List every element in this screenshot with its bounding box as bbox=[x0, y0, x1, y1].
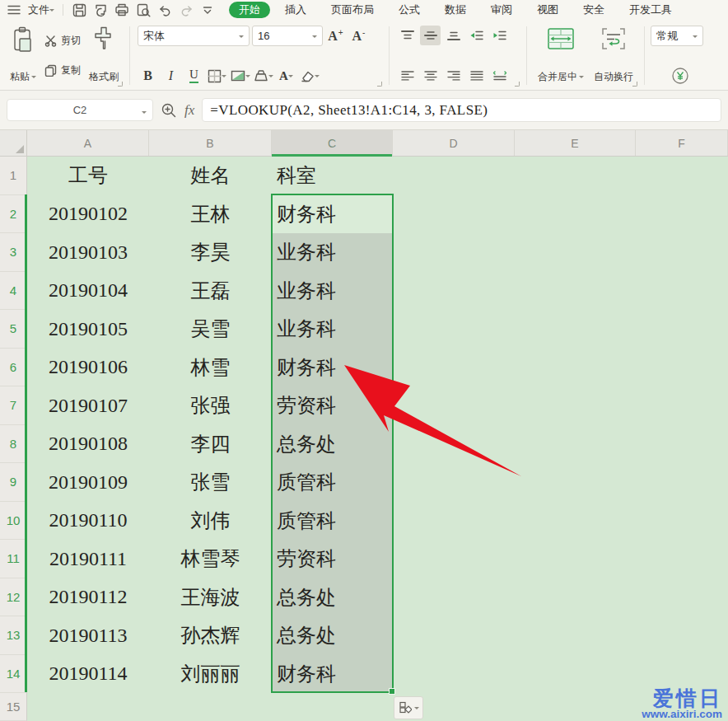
search-icon[interactable] bbox=[161, 102, 177, 119]
cell[interactable] bbox=[636, 463, 728, 502]
cell[interactable] bbox=[393, 195, 515, 234]
cell[interactable] bbox=[515, 310, 636, 349]
cell[interactable] bbox=[515, 616, 636, 655]
export-pdf-icon[interactable] bbox=[90, 2, 111, 18]
cell[interactable] bbox=[393, 157, 515, 195]
row-header[interactable]: 11 bbox=[0, 540, 27, 578]
align-bottom-button[interactable] bbox=[443, 26, 464, 45]
cell[interactable]: 财务科 bbox=[272, 349, 393, 387]
row-header[interactable]: 4 bbox=[0, 272, 27, 311]
row-header[interactable]: 2 bbox=[0, 195, 27, 234]
cell[interactable] bbox=[636, 157, 728, 195]
group-expander-icon[interactable] bbox=[515, 82, 520, 87]
cell[interactable] bbox=[393, 540, 515, 578]
column-header-a[interactable]: A bbox=[27, 130, 149, 156]
cell[interactable]: 林雪 bbox=[149, 349, 272, 387]
cell[interactable]: 财务科 bbox=[272, 655, 393, 694]
tab-insert[interactable]: 插入 bbox=[275, 2, 316, 18]
cell[interactable] bbox=[515, 349, 636, 387]
paste-button[interactable]: 粘贴 bbox=[5, 24, 41, 87]
cell[interactable] bbox=[636, 502, 728, 541]
cell[interactable] bbox=[393, 386, 515, 425]
cell[interactable] bbox=[515, 195, 636, 234]
group-expander-icon[interactable] bbox=[377, 82, 382, 87]
cell[interactable]: 张强 bbox=[149, 386, 272, 425]
cut-button[interactable]: 剪切 bbox=[44, 31, 81, 49]
cell[interactable]: 20190102 bbox=[27, 195, 149, 234]
cell[interactable]: 劳资科 bbox=[272, 386, 393, 425]
cell[interactable] bbox=[636, 540, 728, 578]
number-format-select[interactable]: 常规 bbox=[651, 26, 703, 46]
cell[interactable]: 20190106 bbox=[27, 349, 149, 387]
cell[interactable] bbox=[393, 272, 515, 311]
clear-format-button[interactable] bbox=[299, 66, 320, 86]
underline-button[interactable]: U bbox=[184, 66, 204, 86]
align-center-button[interactable] bbox=[420, 66, 441, 86]
cell-a1[interactable]: 工号 bbox=[27, 157, 149, 195]
paste-options-button[interactable] bbox=[394, 696, 423, 719]
cell[interactable]: 李四 bbox=[149, 425, 272, 464]
row-header[interactable]: 3 bbox=[0, 233, 27, 272]
file-menu[interactable]: 文件 bbox=[25, 1, 58, 19]
cell[interactable] bbox=[636, 425, 728, 464]
customize-quick-access-icon[interactable] bbox=[197, 2, 218, 18]
cell[interactable] bbox=[515, 425, 636, 464]
cell[interactable] bbox=[515, 386, 636, 425]
align-left-button[interactable] bbox=[397, 66, 418, 86]
align-middle-button[interactable] bbox=[420, 26, 441, 45]
cell[interactable]: 20190113 bbox=[27, 616, 149, 655]
row-header[interactable]: 6 bbox=[0, 349, 27, 387]
italic-button[interactable]: I bbox=[161, 66, 181, 86]
cell[interactable] bbox=[515, 272, 636, 311]
align-top-button[interactable] bbox=[397, 26, 418, 45]
bold-button[interactable]: B bbox=[138, 66, 158, 86]
formula-input[interactable]: =VLOOKUP(A2, Sheet13!A1:C14, 3, FALSE) bbox=[202, 98, 721, 122]
copy-button[interactable]: 复制 bbox=[44, 62, 81, 80]
cell[interactable] bbox=[272, 693, 393, 721]
cell[interactable]: 20190114 bbox=[27, 655, 149, 694]
cell[interactable] bbox=[636, 272, 728, 311]
cell[interactable]: 张雪 bbox=[149, 463, 272, 502]
font-name-select[interactable]: 宋体 bbox=[138, 26, 250, 46]
cell[interactable] bbox=[515, 233, 636, 272]
distribute-button[interactable] bbox=[489, 66, 510, 86]
cell[interactable]: 王海波 bbox=[149, 578, 272, 617]
cell[interactable]: 李昊 bbox=[149, 233, 272, 272]
cell[interactable]: 20190104 bbox=[27, 272, 149, 311]
cell[interactable]: 刘丽丽 bbox=[149, 655, 272, 694]
cell[interactable] bbox=[393, 502, 515, 541]
redo-icon[interactable] bbox=[175, 2, 197, 18]
hamburger-menu-icon[interactable] bbox=[3, 2, 25, 18]
cell-c1[interactable]: 科室 bbox=[272, 157, 393, 195]
row-header[interactable]: 10 bbox=[0, 502, 27, 541]
tab-review[interactable]: 审阅 bbox=[481, 2, 522, 18]
cell[interactable]: 业务科 bbox=[272, 233, 393, 272]
row-header[interactable]: 5 bbox=[0, 310, 27, 349]
tab-home[interactable]: 开始 bbox=[229, 2, 270, 18]
cell[interactable] bbox=[636, 349, 728, 387]
cell[interactable]: 王磊 bbox=[149, 272, 272, 311]
cell[interactable] bbox=[393, 310, 515, 349]
row-header[interactable]: 1 bbox=[0, 157, 27, 195]
cell[interactable] bbox=[393, 463, 515, 502]
borders-button[interactable] bbox=[207, 66, 227, 86]
fill-handle[interactable] bbox=[389, 688, 395, 695]
cell[interactable]: 质管科 bbox=[272, 502, 393, 541]
column-header-f[interactable]: F bbox=[636, 130, 728, 156]
cell[interactable] bbox=[27, 693, 149, 721]
tab-security[interactable]: 安全 bbox=[573, 2, 614, 18]
undo-icon[interactable] bbox=[154, 2, 175, 18]
cell[interactable] bbox=[636, 310, 728, 349]
cell[interactable]: 林雪琴 bbox=[149, 540, 272, 578]
cell[interactable]: 质管科 bbox=[272, 463, 393, 502]
cell[interactable]: 孙杰辉 bbox=[149, 616, 272, 655]
format-painter-button[interactable]: 格式刷 bbox=[84, 24, 124, 87]
cell[interactable] bbox=[515, 578, 636, 617]
tab-formulas[interactable]: 公式 bbox=[389, 2, 430, 18]
cell[interactable]: 王林 bbox=[149, 195, 272, 234]
row-header[interactable]: 14 bbox=[0, 655, 27, 694]
cell[interactable]: 20190110 bbox=[27, 502, 149, 541]
currency-style-button[interactable] bbox=[652, 66, 708, 86]
row-header[interactable]: 15 bbox=[0, 693, 27, 721]
cell[interactable]: 业务科 bbox=[272, 272, 393, 311]
